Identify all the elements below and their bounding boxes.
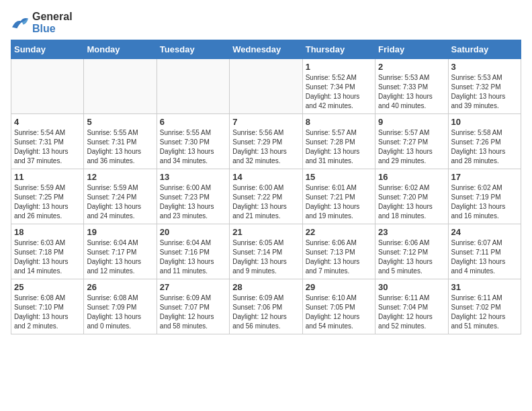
- day-info: Sunrise: 5:59 AM Sunset: 7:24 PM Dayligh…: [87, 183, 153, 221]
- calendar-cell: 2Sunrise: 5:53 AM Sunset: 7:33 PM Daylig…: [375, 59, 448, 114]
- day-info: Sunrise: 6:03 AM Sunset: 7:18 PM Dayligh…: [14, 238, 81, 276]
- weekday-header-saturday: Saturday: [448, 40, 521, 59]
- weekday-header-wednesday: Wednesday: [230, 40, 302, 59]
- day-number: 3: [451, 62, 518, 72]
- day-number: 24: [451, 227, 518, 237]
- day-number: 10: [451, 117, 518, 127]
- day-number: 19: [87, 227, 153, 237]
- day-number: 22: [306, 227, 372, 237]
- day-number: 13: [160, 172, 226, 182]
- calendar-cell: 22Sunrise: 6:06 AM Sunset: 7:13 PM Dayli…: [302, 224, 375, 279]
- day-info: Sunrise: 5:57 AM Sunset: 7:28 PM Dayligh…: [306, 128, 372, 166]
- day-info: Sunrise: 6:02 AM Sunset: 7:19 PM Dayligh…: [451, 183, 518, 221]
- calendar-cell: 5Sunrise: 5:55 AM Sunset: 7:31 PM Daylig…: [84, 114, 157, 169]
- calendar-cell: 9Sunrise: 5:57 AM Sunset: 7:27 PM Daylig…: [375, 114, 448, 169]
- day-info: Sunrise: 6:00 AM Sunset: 7:23 PM Dayligh…: [160, 183, 226, 221]
- logo: General Blue: [11, 11, 73, 34]
- day-number: 27: [160, 282, 226, 292]
- calendar-week-row: 18Sunrise: 6:03 AM Sunset: 7:18 PM Dayli…: [11, 224, 521, 279]
- day-info: Sunrise: 5:59 AM Sunset: 7:25 PM Dayligh…: [14, 183, 81, 221]
- day-info: Sunrise: 6:06 AM Sunset: 7:13 PM Dayligh…: [306, 238, 372, 276]
- day-info: Sunrise: 6:02 AM Sunset: 7:20 PM Dayligh…: [378, 183, 445, 221]
- calendar-cell: 23Sunrise: 6:06 AM Sunset: 7:12 PM Dayli…: [375, 224, 448, 279]
- logo-line1: General: [32, 11, 73, 23]
- logo-bird-icon: [11, 15, 30, 31]
- day-number: 23: [378, 227, 445, 237]
- day-info: Sunrise: 6:08 AM Sunset: 7:09 PM Dayligh…: [87, 293, 153, 331]
- day-number: 14: [232, 172, 299, 182]
- calendar-cell: [84, 59, 157, 114]
- calendar-cell: [157, 59, 229, 114]
- day-number: 12: [87, 172, 153, 182]
- weekday-header-sunday: Sunday: [11, 40, 84, 59]
- calendar-cell: 25Sunrise: 6:08 AM Sunset: 7:10 PM Dayli…: [11, 279, 84, 334]
- day-number: 4: [14, 117, 81, 127]
- calendar-cell: 8Sunrise: 5:57 AM Sunset: 7:28 PM Daylig…: [302, 114, 375, 169]
- day-number: 25: [14, 282, 81, 292]
- day-info: Sunrise: 5:55 AM Sunset: 7:30 PM Dayligh…: [160, 128, 226, 166]
- day-number: 20: [160, 227, 226, 237]
- weekday-header-tuesday: Tuesday: [157, 40, 229, 59]
- day-number: 31: [451, 282, 518, 292]
- day-info: Sunrise: 5:53 AM Sunset: 7:32 PM Dayligh…: [451, 73, 518, 111]
- calendar-cell: 30Sunrise: 6:11 AM Sunset: 7:04 PM Dayli…: [375, 279, 448, 334]
- day-info: Sunrise: 6:10 AM Sunset: 7:05 PM Dayligh…: [306, 293, 372, 331]
- calendar-cell: 24Sunrise: 6:07 AM Sunset: 7:11 PM Dayli…: [448, 224, 521, 279]
- calendar-cell: 20Sunrise: 6:04 AM Sunset: 7:16 PM Dayli…: [157, 224, 229, 279]
- day-number: 6: [160, 117, 226, 127]
- day-info: Sunrise: 5:56 AM Sunset: 7:29 PM Dayligh…: [232, 128, 299, 166]
- calendar-week-row: 11Sunrise: 5:59 AM Sunset: 7:25 PM Dayli…: [11, 169, 521, 224]
- calendar-cell: 16Sunrise: 6:02 AM Sunset: 7:20 PM Dayli…: [375, 169, 448, 224]
- day-info: Sunrise: 6:04 AM Sunset: 7:16 PM Dayligh…: [160, 238, 226, 276]
- day-info: Sunrise: 5:54 AM Sunset: 7:31 PM Dayligh…: [14, 128, 81, 166]
- day-info: Sunrise: 5:53 AM Sunset: 7:33 PM Dayligh…: [378, 73, 445, 111]
- day-number: 17: [451, 172, 518, 182]
- page-header: General Blue: [11, 11, 521, 34]
- calendar-table: SundayMondayTuesdayWednesdayThursdayFrid…: [11, 40, 521, 334]
- logo-line2: Blue: [32, 23, 73, 35]
- calendar-cell: 29Sunrise: 6:10 AM Sunset: 7:05 PM Dayli…: [302, 279, 375, 334]
- day-info: Sunrise: 6:08 AM Sunset: 7:10 PM Dayligh…: [14, 293, 81, 331]
- day-info: Sunrise: 6:07 AM Sunset: 7:11 PM Dayligh…: [451, 238, 518, 276]
- calendar-cell: 10Sunrise: 5:58 AM Sunset: 7:26 PM Dayli…: [448, 114, 521, 169]
- day-number: 30: [378, 282, 445, 292]
- calendar-cell: [11, 59, 84, 114]
- day-info: Sunrise: 6:04 AM Sunset: 7:17 PM Dayligh…: [87, 238, 153, 276]
- day-number: 2: [378, 62, 445, 72]
- day-number: 21: [232, 227, 299, 237]
- day-number: 11: [14, 172, 81, 182]
- day-number: 8: [306, 117, 372, 127]
- day-info: Sunrise: 6:01 AM Sunset: 7:21 PM Dayligh…: [306, 183, 372, 221]
- day-info: Sunrise: 5:55 AM Sunset: 7:31 PM Dayligh…: [87, 128, 153, 166]
- day-number: 26: [87, 282, 153, 292]
- calendar-cell: 4Sunrise: 5:54 AM Sunset: 7:31 PM Daylig…: [11, 114, 84, 169]
- day-number: 18: [14, 227, 81, 237]
- calendar-cell: 27Sunrise: 6:09 AM Sunset: 7:07 PM Dayli…: [157, 279, 229, 334]
- day-info: Sunrise: 5:57 AM Sunset: 7:27 PM Dayligh…: [378, 128, 445, 166]
- weekday-header-thursday: Thursday: [302, 40, 375, 59]
- day-number: 29: [306, 282, 372, 292]
- day-number: 28: [232, 282, 299, 292]
- calendar-week-row: 25Sunrise: 6:08 AM Sunset: 7:10 PM Dayli…: [11, 279, 521, 334]
- calendar-cell: 3Sunrise: 5:53 AM Sunset: 7:32 PM Daylig…: [448, 59, 521, 114]
- calendar-cell: 28Sunrise: 6:09 AM Sunset: 7:06 PM Dayli…: [230, 279, 302, 334]
- calendar-cell: [230, 59, 302, 114]
- day-info: Sunrise: 6:09 AM Sunset: 7:06 PM Dayligh…: [232, 293, 299, 331]
- calendar-cell: 26Sunrise: 6:08 AM Sunset: 7:09 PM Dayli…: [84, 279, 157, 334]
- day-number: 5: [87, 117, 153, 127]
- calendar-week-row: 1Sunrise: 5:52 AM Sunset: 7:34 PM Daylig…: [11, 59, 521, 114]
- calendar-cell: 18Sunrise: 6:03 AM Sunset: 7:18 PM Dayli…: [11, 224, 84, 279]
- day-info: Sunrise: 6:00 AM Sunset: 7:22 PM Dayligh…: [232, 183, 299, 221]
- calendar-cell: 13Sunrise: 6:00 AM Sunset: 7:23 PM Dayli…: [157, 169, 229, 224]
- day-info: Sunrise: 5:58 AM Sunset: 7:26 PM Dayligh…: [451, 128, 518, 166]
- calendar-cell: 31Sunrise: 6:11 AM Sunset: 7:02 PM Dayli…: [448, 279, 521, 334]
- day-info: Sunrise: 6:09 AM Sunset: 7:07 PM Dayligh…: [160, 293, 226, 331]
- day-number: 9: [378, 117, 445, 127]
- calendar-cell: 7Sunrise: 5:56 AM Sunset: 7:29 PM Daylig…: [230, 114, 302, 169]
- day-number: 7: [232, 117, 299, 127]
- calendar-cell: 6Sunrise: 5:55 AM Sunset: 7:30 PM Daylig…: [157, 114, 229, 169]
- day-info: Sunrise: 6:11 AM Sunset: 7:04 PM Dayligh…: [378, 293, 445, 331]
- weekday-header-friday: Friday: [375, 40, 448, 59]
- day-info: Sunrise: 6:06 AM Sunset: 7:12 PM Dayligh…: [378, 238, 445, 276]
- day-info: Sunrise: 6:05 AM Sunset: 7:14 PM Dayligh…: [232, 238, 299, 276]
